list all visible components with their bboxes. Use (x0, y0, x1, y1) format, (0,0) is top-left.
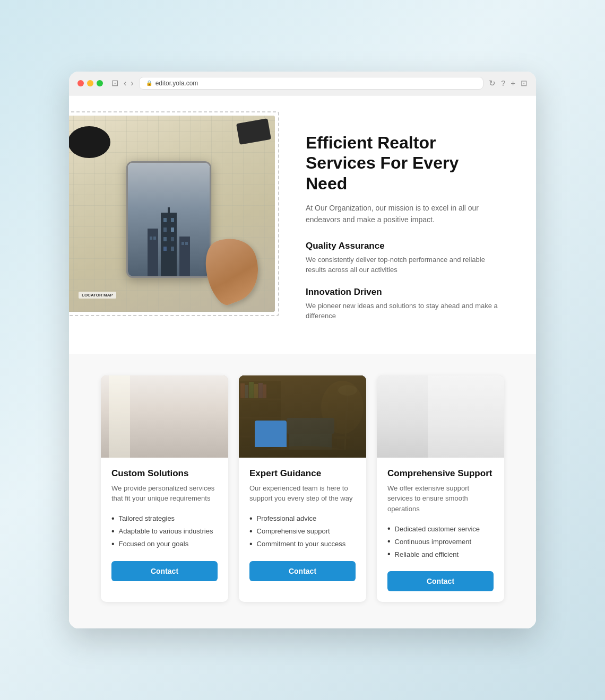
card-kitchen-image (377, 375, 504, 458)
svg-point-48 (338, 385, 357, 396)
svg-rect-1 (168, 207, 170, 215)
svg-rect-35 (239, 375, 366, 458)
svg-rect-42 (249, 382, 254, 398)
dashed-border: LOCATOR MAP (69, 111, 279, 316)
list-item: Continuous improvement (387, 535, 494, 548)
browser-dots (77, 80, 103, 86)
card-custom-desc: We provide personalized services that fi… (111, 483, 218, 504)
svg-rect-3 (179, 237, 190, 276)
svg-point-91 (420, 420, 426, 426)
list-item: Professional advice (249, 512, 356, 525)
cards-section: Custom Solutions We provide personalized… (69, 354, 536, 629)
lock-icon: 🔒 (146, 80, 152, 86)
svg-rect-8 (163, 237, 167, 241)
card-comprehensive-list: Dedicated customer service Continuous im… (387, 522, 494, 561)
cards-grid: Custom Solutions We provide personalized… (101, 375, 504, 602)
hero-text: Efficient Realtor Services For Every Nee… (279, 117, 504, 333)
question-icon[interactable]: ? (501, 78, 505, 88)
svg-rect-81 (417, 408, 448, 423)
list-item: Commitment to your success (249, 538, 356, 550)
add-tab-icon[interactable]: + (511, 78, 515, 88)
svg-rect-31 (202, 434, 215, 450)
bookmark-icon[interactable]: ⊡ (521, 78, 528, 88)
card-comprehensive-contact-button[interactable]: Contact (387, 571, 494, 591)
card-comprehensive-desc: We offer extensive support services to e… (387, 483, 494, 514)
list-item: Dedicated customer service (387, 522, 494, 535)
svg-rect-60 (441, 377, 473, 406)
svg-rect-63 (422, 390, 430, 392)
svg-rect-32 (201, 426, 217, 435)
svg-rect-28 (212, 428, 218, 439)
svg-rect-2 (148, 229, 158, 276)
svg-rect-55 (239, 450, 366, 458)
svg-rect-52 (339, 439, 341, 452)
svg-rect-61 (474, 377, 504, 406)
svg-rect-15 (185, 242, 188, 245)
hero-image-wrapper: LOCATOR MAP (69, 111, 279, 318)
url-text: editor.yola.com (155, 80, 198, 87)
svg-rect-13 (153, 237, 156, 240)
svg-rect-45 (263, 384, 266, 398)
card-custom-body: Custom Solutions We provide personalized… (101, 458, 228, 592)
list-item: Tailored strategies (111, 512, 218, 525)
close-dot[interactable] (77, 80, 84, 86)
dark-item (236, 118, 271, 145)
forward-button[interactable]: › (131, 78, 133, 88)
maximize-dot[interactable] (97, 80, 103, 86)
svg-rect-14 (182, 242, 184, 245)
card-custom-list: Tailored strategies Adaptable to various… (111, 512, 218, 550)
browser-window: ⊡ ‹ › 🔒 editor.yola.com ↻ ? + ⊡ (69, 72, 536, 628)
svg-rect-76 (455, 412, 485, 421)
svg-rect-87 (401, 419, 404, 425)
list-item: Reliable and efficient (387, 548, 494, 561)
svg-rect-25 (191, 386, 204, 405)
card-expert-contact-button[interactable]: Contact (249, 561, 356, 581)
browser-toolbar: ⊡ ‹ › 🔒 editor.yola.com ↻ ? + ⊡ (69, 72, 536, 95)
svg-rect-66 (377, 407, 504, 423)
tabs-icon[interactable]: ⊡ (111, 78, 118, 88)
svg-point-80 (477, 425, 482, 430)
feature-innovation-title: Innovation Driven (306, 287, 504, 298)
card-comprehensive-body: Comprehensive Support We offer extensive… (377, 458, 504, 602)
svg-rect-4 (163, 218, 167, 222)
svg-rect-23 (159, 419, 180, 425)
hero-title: Efficient Realtor Services For Every Nee… (306, 133, 504, 194)
card-expert-title: Expert Guidance (249, 468, 356, 479)
svg-rect-36 (239, 381, 281, 455)
hero-section: LOCATOR MAP Efficient Realtor Services F… (69, 95, 536, 354)
svg-rect-73 (390, 423, 491, 431)
svg-rect-51 (334, 436, 350, 439)
card-expert-list: Professional advice Comprehensive suppor… (249, 512, 356, 550)
list-item: Adaptable to various industries (111, 525, 218, 538)
svg-point-88 (396, 413, 409, 423)
svg-rect-78 (459, 424, 486, 431)
svg-line-47 (345, 391, 348, 450)
svg-rect-41 (245, 385, 248, 398)
svg-rect-53 (346, 439, 348, 452)
list-item: Focused on your goals (111, 538, 218, 550)
svg-rect-50 (287, 418, 334, 434)
svg-rect-49 (289, 428, 332, 452)
svg-rect-43 (254, 384, 258, 398)
card-custom-solutions: Custom Solutions We provide personalized… (101, 375, 228, 602)
card-comprehensive-support: Comprehensive Support We offer extensive… (377, 375, 504, 602)
address-bar[interactable]: 🔒 editor.yola.com (139, 77, 483, 90)
card-custom-contact-button[interactable]: Contact (111, 561, 218, 581)
svg-rect-16 (101, 375, 228, 458)
kitchen-svg (377, 375, 504, 458)
card-expert-desc: Our experienced team is here to support … (249, 483, 356, 504)
city-silhouette (145, 207, 193, 276)
minimize-dot[interactable] (87, 80, 93, 86)
svg-point-54 (263, 446, 348, 458)
svg-point-89 (395, 416, 404, 423)
svg-point-86 (454, 402, 464, 409)
back-button[interactable]: ‹ (124, 78, 126, 88)
feature-innovation-desc: We pioneer new ideas and solutions to st… (306, 301, 504, 321)
svg-rect-59 (408, 377, 440, 406)
reload-icon[interactable]: ↻ (489, 78, 496, 88)
card-expert-guidance: Expert Guidance Our experienced team is … (239, 375, 366, 602)
svg-rect-75 (454, 410, 496, 423)
svg-rect-10 (163, 247, 167, 251)
feature-quality: Quality Assurance We consistently delive… (306, 241, 504, 275)
svg-rect-64 (455, 390, 463, 392)
